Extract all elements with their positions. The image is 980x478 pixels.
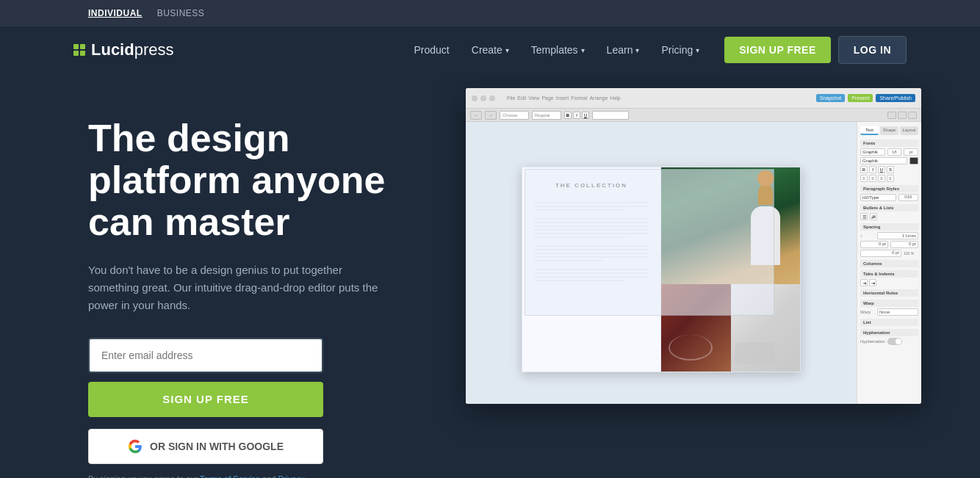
sub-toolbar: ← → Choose Regular B I U [466,109,921,122]
snapshot-button[interactable]: Snapshot [816,94,846,102]
terms-link[interactable]: Terms of Service [200,474,260,478]
align-center[interactable]: ≡ [869,175,876,182]
hero-left: The design platform anyone can master Yo… [88,117,441,478]
editor-right-panel: Text Shape Layout Fonts Graphik 18 pt Gr… [857,122,921,404]
panel-tabs: Text Shape Layout [860,126,918,135]
toolbar-dot-2 [480,95,486,101]
panel-parastyle-input[interactable]: H2/Type [860,194,896,201]
panel-style-row: Graphik [860,157,918,164]
nav-templates[interactable]: Templates ▾ [521,38,595,62]
nav-login-button[interactable]: LOG IN [838,36,907,64]
hero-signup-button[interactable]: SIGN UP FREE [88,382,323,417]
align-left[interactable]: ≡ [860,175,868,182]
nav-learn[interactable]: Learn ▾ [597,38,650,62]
logo-icon [73,44,85,56]
logo-dot-2 [80,44,85,49]
google-icon [128,439,143,454]
tab-icon[interactable]: ⇥ [860,279,868,286]
logo-dots [73,44,85,56]
nav-signup-button[interactable]: SIGN UP FREE [724,37,831,63]
align-right[interactable]: ≡ [878,175,885,182]
business-link[interactable]: BUSINESS [157,8,205,18]
google-signin-button[interactable]: OR SIGN IN WITH GOOGLE [88,429,323,464]
panel-para-section: Paragraph Styles [860,185,918,192]
panel-hyphen-section: Hyphenation [860,329,918,336]
share-button[interactable]: Share/Publish [876,94,915,102]
panel-font-input[interactable]: Graphik [860,148,885,156]
hyphen-toggle[interactable] [887,338,902,345]
shadow-document [525,169,774,316]
hero-subtitle: You don't have to be a design genius to … [88,261,382,314]
email-input[interactable] [88,338,323,373]
panel-fonts-section: Fonts [860,140,918,147]
hero-title: The design platform anyone can master [88,117,441,244]
panel-size-input[interactable]: 18 [887,148,902,156]
indent-icon[interactable]: ⇥ [869,279,876,286]
panel-warp-select[interactable]: None [877,308,918,316]
panel-paranum-input[interactable]: 010 [898,194,918,201]
panel-hrules-section: Horizontal Rules [860,289,918,297]
toolbar-dot-3 [489,95,495,101]
panel-align-row: ≡ ≡ ≡ ≡ [860,175,918,182]
tab-layout[interactable]: Layout [900,126,918,135]
numbering-icon[interactable]: ≔ [870,213,877,220]
toggle-dot [896,338,901,344]
panel-bullets-section: Bullets & Lists [860,204,918,211]
top-bar: INDIVIDUAL BUSINESS [0,0,980,26]
create-chevron-icon: ▾ [505,46,509,54]
panel-before-input[interactable]: 0 pt [860,241,888,248]
panel-style-input[interactable]: Graphik [860,157,907,164]
learn-chevron-icon: ▾ [635,46,639,54]
tab-text[interactable]: Text [860,126,879,135]
panel-format-row: B I U S [860,166,918,173]
nav-pricing[interactable]: Pricing ▾ [651,38,710,62]
navbar: Lucidpress Product Create ▾ Templates ▾ … [0,26,980,73]
panel-linespace-input[interactable]: 1 Lines [877,232,918,239]
format-bold[interactable]: B [860,166,868,173]
editor-toolbar: File Edit View Page Insert Format Arrang… [466,88,921,109]
panel-indent-input[interactable]: 0 pt [860,250,901,257]
nav-links: Product Create ▾ Templates ▾ Learn ▾ Pri… [404,38,710,62]
panel-tabs-section: Tabs & Indents [860,270,918,278]
bullets-icon[interactable]: ☰ [860,213,868,220]
privacy-link[interactable]: Privacy [278,474,304,478]
format-strikethrough[interactable]: S [887,166,894,173]
panel-color-swatch[interactable] [909,157,918,164]
hyphen-label: Hyphenation [860,339,885,344]
panel-unit-input[interactable]: pt [904,148,918,156]
nav-create[interactable]: Create ▾ [461,38,519,62]
hero-editor-mockup: File Edit View Page Insert Format Arrang… [466,88,980,478]
logo-dot-3 [73,51,79,56]
logo-dot-1 [73,44,79,49]
panel-spacing-section: Spacing [860,223,918,231]
panel-font-row: Graphik 18 pt [860,148,918,156]
pricing-chevron-icon: ▾ [696,46,699,54]
terms-text: By signing up you agree to our Terms of … [88,474,323,478]
present-button[interactable]: Present [848,94,873,102]
format-italic[interactable]: I [869,166,876,173]
tab-shape[interactable]: Shape [880,126,898,135]
logo-text: Lucidpress [91,40,173,59]
panel-columns-section: Columns [860,260,918,267]
panel-after-input[interactable]: 0 pt [890,241,918,248]
panel-list-section: List [860,319,918,326]
individual-link[interactable]: INDIVIDUAL [88,8,143,18]
templates-chevron-icon: ▾ [581,46,585,54]
format-underline[interactable]: U [878,166,885,173]
logo-dot-4 [80,51,85,56]
logo[interactable]: Lucidpress [73,40,173,59]
align-justify[interactable]: ≡ [887,175,894,182]
logo-lucid: Lucid [91,40,134,59]
nav-product[interactable]: Product [404,38,460,62]
panel-warp-section: Warp [860,300,918,307]
hero-section: The design platform anyone can master Yo… [0,73,980,478]
google-button-label: OR SIGN IN WITH GOOGLE [150,441,284,452]
toolbar-dot-1 [472,95,478,101]
logo-press: press [134,40,174,59]
